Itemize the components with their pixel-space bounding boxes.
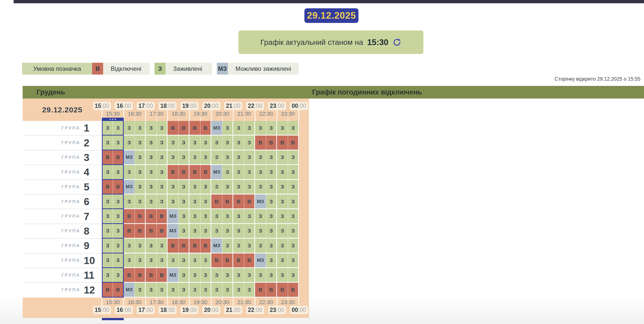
schedule-cell: З [179,283,190,297]
schedule-cell: З [266,165,277,180]
group-word: ГРУПА [61,287,80,293]
half-hour-label: 20:30 [215,299,229,306]
schedule-cell: З [200,180,212,195]
schedule-cell: З [135,180,146,195]
schedule-cell: З [255,209,266,224]
schedule-cell: З [222,180,233,195]
group-number: 9 [84,240,102,251]
group-label: ГРУПА10 [23,253,102,268]
schedule-cell: З [266,268,277,283]
schedule-cell: З [233,268,244,283]
schedule-cell: З [255,239,266,253]
half-hour-label: 19:30 [193,111,207,117]
group-word: ГРУПА [61,199,80,204]
group-label: ГРУПА2 [23,136,102,150]
schedule-cell: В [179,165,190,180]
schedule-cell: З [146,150,157,165]
hour-label: 21:00 [224,102,242,110]
schedule-cell: З [179,180,190,195]
hour-gridline [189,110,190,121]
schedule-cell: З [189,268,200,283]
schedule-cell: З [244,121,255,136]
schedule-cell: З [211,209,222,224]
group-row: ГРУПА6ЗЗЗЗЗЗЗЗЗЗВВВВМЗЗЗЗ [23,195,309,209]
schedule-cell: З [157,180,168,195]
group-label: ГРУПА5 [23,180,102,195]
half-hour-label: 15:30 [106,111,120,117]
refresh-button[interactable] [392,38,401,47]
schedule-cell: В [233,195,244,209]
schedule-cell: В [211,253,222,268]
hour-label: 16:00 [115,306,133,314]
schedule-cell: З [189,224,200,239]
schedule-cell: В [146,209,157,224]
schedule-cell: З [277,150,288,165]
schedule-cell: З [277,165,288,180]
schedule-cell: З [168,195,179,209]
schedule-cell: З [255,224,266,239]
half-hour-gridline [222,117,223,121]
schedule-cell: З [157,239,168,253]
schedule-cell: З [244,150,255,165]
hour-label: 20:00 [202,102,220,110]
schedule-cell: З [102,209,113,224]
schedule-cell: В [179,239,190,253]
schedule-cell: З [102,268,113,283]
group-word: ГРУПА [61,140,80,145]
schedule-cell: З [211,180,222,195]
schedule-cell: З [222,268,233,283]
group-label: ГРУПА8 [23,224,102,239]
hour-gridline [145,110,146,121]
group-cells: ЗЗЗЗЗЗВВВВМЗЗЗЗЗЗЗЗ [102,239,299,253]
schedule-cell: З [233,180,244,195]
group-number: 4 [84,167,102,178]
schedule-cell: В [277,136,288,150]
schedule-cell: З [222,165,233,180]
schedule-cell: З [168,136,179,150]
hour-gridline [299,110,299,121]
schedule-cell: В [135,224,146,239]
schedule-cell: З [135,253,146,268]
schedule-cell: З [179,224,190,239]
schedule-cell: З [277,224,288,239]
hour-label: 21:00 [224,306,242,314]
schedule-cell: В [189,165,200,180]
schedule-cell: З [113,165,124,180]
schedule-cell: З [211,224,222,239]
schedule-cell: З [266,253,277,268]
schedule-cell: В [244,253,255,268]
schedule-cell: З [233,136,244,150]
half-hour-gridline [200,117,201,121]
half-hour-label: 20:30 [215,111,229,117]
schedule-cell: З [157,136,168,150]
half-hour-label: 17:30 [150,111,164,117]
hour-label: 20:00 [202,306,220,314]
schedule-cell: З [200,224,212,239]
group-word: ГРУПА [61,258,80,263]
schedule-cell: В [222,253,233,268]
schedule-title: Графік погодинних відключень [312,86,422,99]
half-hour-label: 16:30 [128,111,142,117]
date-badge[interactable]: 29.12.2025 [304,8,358,23]
status-time: 15:30 [367,38,388,47]
schedule-cell: З [288,224,299,239]
schedule-cell: В [200,165,212,180]
group-word: ГРУПА [61,214,80,219]
group-word: ГРУПА [61,170,80,175]
group-cells: ЗЗВВВВМЗЗЗЗЗЗЗЗЗЗЗЗ [102,268,299,283]
schedule-cell: З [288,121,299,136]
schedule-cell: З [146,253,157,268]
half-hour-label: 15:30 [106,299,120,306]
group-cells: ЗЗЗЗЗЗЗЗЗЗВВВВМЗЗЗЗ [102,253,299,268]
schedule-cell: З [102,239,113,253]
schedule-cell: В [200,239,212,253]
schedule-cell: З [113,121,124,136]
schedule-cell: З [244,268,255,283]
schedule-cell: З [168,283,179,297]
schedule-cell: З [124,121,135,136]
hour-label: 17:00 [137,306,155,314]
schedule-cell: З [288,239,299,253]
schedule-cell: МЗ [255,253,266,268]
group-number: 2 [84,137,102,149]
group-row: ГРУПА5ВВМЗЗЗЗЗЗЗЗЗЗЗЗЗЗЗЗ [23,180,309,195]
